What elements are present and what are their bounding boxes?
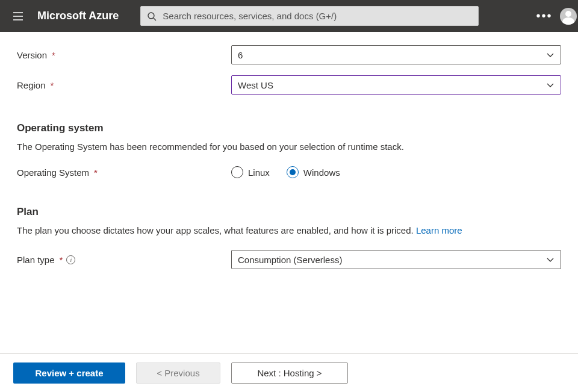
svg-line-1 (154, 18, 156, 20)
ellipsis-icon: ••• (536, 9, 552, 23)
os-field-label: Operating System* (17, 167, 231, 178)
chevron-down-icon (546, 81, 555, 89)
info-icon[interactable]: i (66, 255, 75, 264)
os-option-windows[interactable]: Windows (287, 166, 340, 178)
svg-point-0 (148, 13, 154, 19)
version-select[interactable]: 6 (231, 45, 561, 64)
avatar[interactable] (560, 8, 577, 25)
chevron-down-icon (546, 255, 555, 264)
plan-description: The plan you choose dictates how your ap… (17, 224, 561, 237)
os-option-linux[interactable]: Linux (231, 166, 270, 178)
plan-type-row: Plan type* i Consumption (Serverless) (17, 250, 561, 269)
plan-type-label: Plan type* i (17, 255, 231, 265)
required-indicator: * (94, 167, 98, 178)
global-search[interactable] (140, 6, 479, 26)
search-icon (147, 11, 157, 21)
next-hosting-button[interactable]: Next : Hosting > (231, 362, 348, 384)
chevron-down-icon (546, 51, 555, 59)
os-radio-group: Linux Windows (231, 166, 561, 178)
region-row: Region* West US (17, 75, 561, 95)
plan-heading: Plan (17, 206, 561, 218)
required-indicator: * (51, 80, 54, 90)
previous-button[interactable]: < Previous (136, 362, 220, 384)
radio-icon (287, 166, 299, 178)
version-label: Version* (17, 50, 231, 60)
more-menu-button[interactable]: ••• (532, 4, 556, 28)
hamburger-icon (12, 10, 24, 22)
form-content: Version* 6 Region* West US Operating sys… (0, 32, 578, 269)
os-row: Operating System* Linux Windows (17, 166, 561, 178)
plan-type-select[interactable]: Consumption (Serverless) (231, 250, 561, 269)
brand-title: Microsoft Azure (36, 10, 135, 22)
region-select[interactable]: West US (231, 75, 561, 95)
required-indicator: * (52, 50, 55, 60)
region-label: Region* (17, 80, 231, 90)
hamburger-menu-button[interactable] (0, 0, 36, 32)
review-create-button[interactable]: Review + create (13, 362, 125, 384)
os-heading: Operating system (17, 122, 561, 134)
footer-actions: Review + create < Previous Next : Hostin… (0, 353, 578, 392)
learn-more-link[interactable]: Learn more (416, 225, 462, 235)
radio-icon (231, 166, 243, 178)
topbar: Microsoft Azure ••• (0, 0, 578, 32)
search-input[interactable] (163, 11, 472, 21)
os-description: The Operating System has been recommende… (17, 140, 561, 153)
version-row: Version* 6 (17, 45, 561, 64)
required-indicator: * (60, 255, 63, 265)
